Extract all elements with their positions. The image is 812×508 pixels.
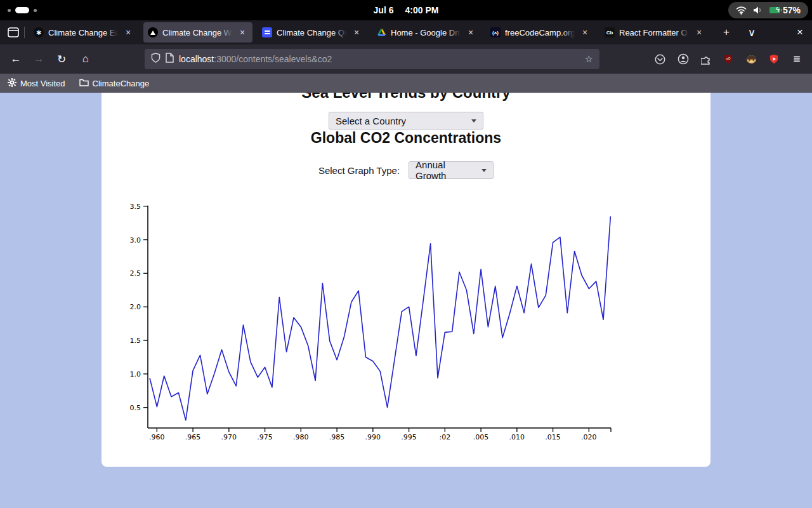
extensions-puzzle-icon[interactable]: [697, 50, 715, 68]
shield-icon[interactable]: [151, 53, 160, 65]
battery-icon: ϟ: [769, 7, 780, 13]
graph-type-value: Annual Growth: [416, 159, 475, 181]
tab-title: Climate Change Qu: [277, 28, 346, 37]
home-button[interactable]: ⌂: [76, 50, 95, 69]
country-select[interactable]: Select a Country: [329, 112, 483, 130]
menu-hamburger-icon[interactable]: ≡: [788, 50, 806, 68]
url-bar[interactable]: localhost:3000/contents/sealevels&co2 ☆: [145, 49, 599, 69]
svg-text:.020: .020: [581, 433, 597, 441]
svg-text:.965: .965: [185, 433, 201, 441]
battery-indicator: ϟ 57%: [769, 5, 801, 15]
tab-google-drive[interactable]: Home - Google Dri ×: [372, 22, 481, 43]
co2-heading: Global CO2 Concentrations: [102, 130, 710, 147]
svg-text:2.5: 2.5: [130, 269, 141, 277]
svg-text:1.5: 1.5: [130, 337, 141, 345]
gear-icon: [8, 78, 16, 89]
bookmarks-bar: Most Visited ClimateChange: [0, 74, 812, 93]
svg-text:.005: .005: [473, 433, 489, 441]
svg-text::02: :02: [439, 433, 450, 441]
graph-type-row: Select Graph Type: Annual Growth: [102, 161, 710, 179]
co2-chart-area: 0.51.01.52.02.53.03.5.960.965.970.975.98…: [124, 196, 631, 450]
svg-text:.980: .980: [293, 433, 309, 441]
quick-settings[interactable]: ϟ 57%: [728, 2, 808, 18]
vercel-icon: [148, 27, 158, 37]
system-top-bar: Jul 6 4:00 PM ϟ 57%: [0, 0, 812, 20]
close-tab-icon[interactable]: ×: [237, 27, 248, 38]
tab-climate-change-ed[interactable]: ∗ Climate Change Ed ×: [29, 22, 138, 43]
svg-text:.960: .960: [149, 433, 165, 441]
graph-type-select[interactable]: Annual Growth: [409, 161, 494, 179]
svg-text:0.5: 0.5: [130, 404, 141, 412]
ublock-origin-icon[interactable]: uO: [719, 50, 737, 68]
list-all-tabs-icon[interactable]: ∨: [743, 25, 760, 40]
tab-react-formatter[interactable]: Cb React Formatter O ×: [600, 22, 709, 43]
tab-title: React Formatter O: [619, 28, 689, 37]
back-button[interactable]: ←: [6, 50, 25, 69]
close-tab-icon[interactable]: ×: [351, 27, 362, 38]
close-tab-icon[interactable]: ×: [693, 27, 705, 38]
svg-text:.985: .985: [329, 433, 345, 441]
tab-separator: [24, 27, 25, 38]
new-tab-button[interactable]: +: [718, 25, 735, 40]
time-label: 4:00 PM: [405, 5, 438, 15]
close-window-icon[interactable]: ×: [792, 25, 808, 40]
youtube-enhancer-icon[interactable]: [765, 50, 783, 68]
account-icon[interactable]: [674, 50, 692, 68]
bookmark-most-visited[interactable]: Most Visited: [8, 78, 65, 89]
folder-icon: [79, 78, 89, 88]
country-select-value: Select a Country: [336, 116, 406, 126]
quizlet-icon: [262, 27, 272, 37]
codebeautify-icon: Cb: [605, 27, 615, 37]
tab-bar: ∗ Climate Change Ed × Climate Change W ×…: [0, 20, 812, 44]
freecodecamp-icon: (ʌ): [490, 27, 501, 37]
date-label: Jul 6: [374, 5, 394, 15]
chevron-down-icon: [481, 169, 487, 172]
svg-text:.010: .010: [509, 433, 525, 441]
pocket-icon[interactable]: [651, 50, 669, 68]
chatgpt-icon: ∗: [34, 27, 44, 37]
bookmark-label: Most Visited: [20, 79, 65, 88]
graph-type-label: Select Graph Type:: [318, 165, 400, 176]
volume-icon: [753, 6, 763, 15]
svg-text:2.0: 2.0: [130, 303, 141, 311]
extension-animal-icon[interactable]: [742, 50, 760, 68]
firefox-view-icon[interactable]: [5, 25, 22, 40]
wifi-icon: [736, 6, 747, 15]
content-card: Sea Level Trends by Country Select a Cou…: [102, 93, 710, 467]
page-background: Sea Level Trends by Country Select a Cou…: [0, 93, 812, 508]
svg-text:1.0: 1.0: [130, 370, 141, 378]
tab-freecodecamp[interactable]: (ʌ) freeCodeCamp.org ×: [486, 22, 595, 43]
clock[interactable]: Jul 6 4:00 PM: [0, 0, 812, 20]
chevron-down-icon: [471, 119, 476, 123]
sea-level-heading-clipped: Sea Level Trends by Country: [102, 93, 710, 102]
svg-text:.015: .015: [545, 433, 561, 441]
tab-title: Climate Change W: [162, 28, 232, 37]
google-drive-icon: [376, 27, 386, 37]
url-text[interactable]: localhost:3000/contents/sealevels&co2: [179, 54, 332, 64]
close-tab-icon[interactable]: ×: [579, 27, 591, 38]
tab-title: freeCodeCamp.org: [505, 28, 575, 37]
tab-climate-change-w-active[interactable]: Climate Change W ×: [143, 22, 252, 43]
svg-text:uO: uO: [726, 57, 731, 60]
bookmark-star-icon[interactable]: ☆: [585, 53, 593, 65]
bookmark-label: ClimateChange: [93, 79, 150, 88]
battery-percent: 57%: [783, 5, 801, 15]
tab-climate-change-qu[interactable]: Climate Change Qu ×: [258, 22, 367, 43]
svg-text:.995: .995: [401, 433, 417, 441]
svg-text:3.0: 3.0: [130, 236, 141, 244]
svg-text:.990: .990: [365, 433, 381, 441]
forward-button[interactable]: →: [29, 50, 48, 69]
close-tab-icon[interactable]: ×: [465, 27, 476, 38]
navigation-toolbar: ← → ↻ ⌂ localhost:3000/contents/sealevel…: [0, 44, 812, 74]
bookmark-folder-climatechange[interactable]: ClimateChange: [79, 78, 150, 88]
svg-text:3.5: 3.5: [130, 203, 141, 211]
reload-button[interactable]: ↻: [52, 50, 71, 69]
svg-text:.970: .970: [221, 433, 237, 441]
close-tab-icon[interactable]: ×: [122, 27, 134, 38]
svg-text:.975: .975: [257, 433, 273, 441]
tab-title: Climate Change Ed: [48, 28, 118, 37]
co2-line-chart: 0.51.01.52.02.53.03.5.960.965.970.975.98…: [124, 196, 631, 450]
page-info-icon[interactable]: [166, 53, 174, 65]
tab-title: Home - Google Dri: [391, 28, 461, 37]
